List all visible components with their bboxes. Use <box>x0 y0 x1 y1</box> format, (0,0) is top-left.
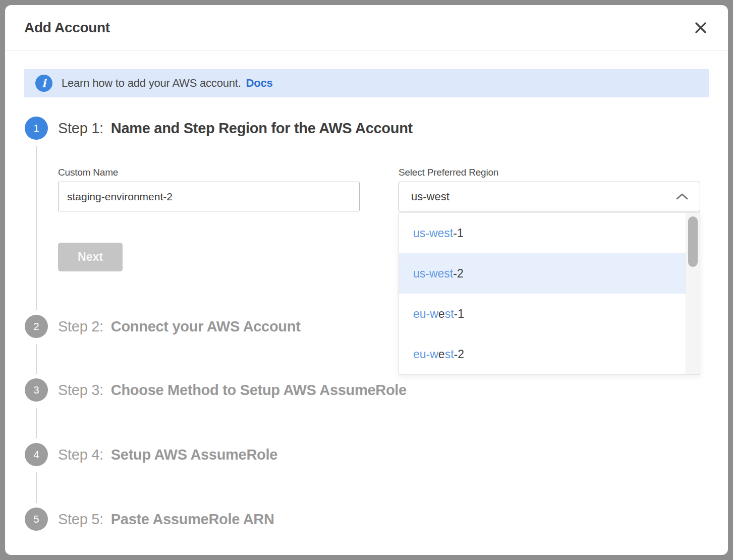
option-plain-text: -2 <box>454 348 464 361</box>
close-icon <box>694 21 708 35</box>
step-3-connector-line <box>36 408 37 438</box>
region-select-value: us-west <box>411 190 449 203</box>
region-option[interactable]: us-west-2 <box>399 253 686 294</box>
step-3-title: Choose Method to Setup AWS AssumeRole <box>111 382 407 399</box>
option-plain-text: -1 <box>454 307 464 321</box>
step-2-number: 2 <box>33 321 39 332</box>
next-button[interactable]: Next <box>58 243 123 271</box>
option-match-text: st <box>445 307 454 321</box>
step-1-prefix: Step 1: <box>58 120 103 137</box>
step-3-number: 3 <box>33 384 39 396</box>
docs-link[interactable]: Docs <box>246 77 273 90</box>
option-match-text: us-west <box>413 227 453 240</box>
step-1-title: Name and Step Region for the AWS Account <box>111 120 413 137</box>
option-plain-text: e <box>438 307 445 321</box>
option-match-text: eu-w <box>413 348 438 361</box>
modal-title: Add Account <box>24 20 110 36</box>
step-2-heading: Step 2: Connect your AWS Account <box>58 315 301 338</box>
option-plain-text: -2 <box>453 267 463 281</box>
step-4-prefix: Step 4: <box>58 446 103 463</box>
step-3-badge: 3 <box>25 378 48 402</box>
screen: { "modal": { "title": "Add Account" }, "… <box>0 0 733 560</box>
step-5-number: 5 <box>33 514 39 525</box>
step-3-prefix: Step 3: <box>58 382 103 399</box>
info-banner: i Learn how to add your AWS account. Doc… <box>24 69 709 97</box>
step-1-connector-line <box>36 146 37 310</box>
step-2-title: Connect your AWS Account <box>111 318 301 335</box>
region-option[interactable]: us-west-1 <box>399 213 686 253</box>
step-1-heading: Step 1: Name and Step Region for the AWS… <box>58 117 413 140</box>
step-4-badge: 4 <box>25 443 48 466</box>
info-icon: i <box>35 75 52 92</box>
banner-text: Learn how to add your AWS account. <box>62 77 241 90</box>
region-label: Select Preferred Region <box>399 167 498 178</box>
region-select[interactable]: us-west <box>399 182 700 211</box>
option-match-text: st <box>445 348 454 361</box>
step-2-badge: 2 <box>25 315 48 338</box>
region-option[interactable]: eu-west-2 <box>399 334 686 374</box>
step-1-number: 1 <box>33 123 39 134</box>
step-2-prefix: Step 2: <box>58 318 103 335</box>
step-4-number: 4 <box>33 449 39 461</box>
step-5-badge: 5 <box>25 508 48 531</box>
custom-name-input[interactable] <box>58 182 360 211</box>
option-plain-text: -1 <box>453 227 463 240</box>
option-plain-text: e <box>438 348 445 361</box>
step-4-connector-line <box>36 472 37 503</box>
option-match-text: us-west <box>413 267 453 281</box>
modal-header: Add Account <box>5 5 728 50</box>
region-option-list: us-west-1us-west-2eu-west-1eu-west-2 <box>399 213 686 374</box>
step-1-badge: 1 <box>25 117 48 140</box>
dropdown-scrollbar-track[interactable] <box>686 213 700 374</box>
close-button[interactable] <box>692 19 710 37</box>
step-5-title: Paste AssumeRole ARN <box>111 511 274 528</box>
custom-name-label: Custom Name <box>58 167 118 178</box>
region-dropdown: us-west-1us-west-2eu-west-1eu-west-2 <box>399 212 700 375</box>
add-account-modal: Add Account i Learn how to add your AWS … <box>5 5 728 555</box>
step-4-heading: Step 4: Setup AWS AssumeRole <box>58 443 277 466</box>
step-5-heading: Step 5: Paste AssumeRole ARN <box>58 508 274 531</box>
chevron-up-icon <box>675 193 689 200</box>
step-4-title: Setup AWS AssumeRole <box>111 446 277 463</box>
step-5-prefix: Step 5: <box>58 511 103 528</box>
option-match-text: eu-w <box>413 307 438 321</box>
step-2-connector-line <box>36 344 37 374</box>
region-option[interactable]: eu-west-1 <box>399 294 686 334</box>
dropdown-scrollbar-thumb[interactable] <box>688 216 698 267</box>
step-3-heading: Step 3: Choose Method to Setup AWS Assum… <box>58 378 407 402</box>
